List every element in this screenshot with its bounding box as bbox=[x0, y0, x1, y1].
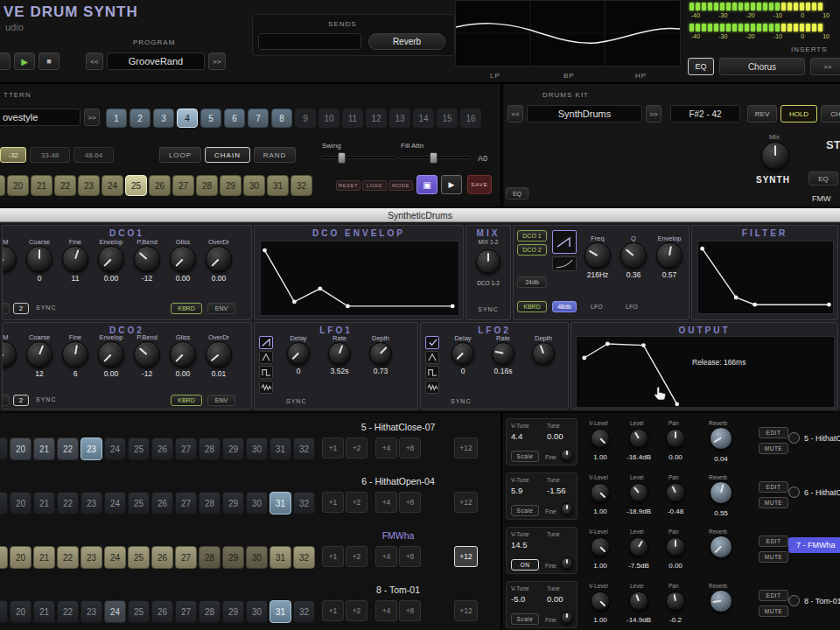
program-next-button[interactable]: >> bbox=[208, 52, 226, 70]
pad-23[interactable]: 23 bbox=[80, 546, 102, 569]
pad-28[interactable]: 28 bbox=[199, 438, 220, 460]
edit-button[interactable]: EDIT bbox=[759, 427, 788, 438]
level-knob[interactable] bbox=[629, 592, 648, 611]
vlevel-knob[interactable] bbox=[591, 429, 610, 448]
depth-knob[interactable] bbox=[532, 342, 555, 365]
selected-pad-label[interactable]: 7 - FMWha bbox=[788, 537, 840, 553]
pad-stub[interactable] bbox=[0, 492, 8, 514]
pattern-reset-button[interactable]: RESET bbox=[336, 180, 360, 191]
q-knob[interactable] bbox=[620, 242, 647, 269]
coarse-knob[interactable] bbox=[26, 246, 52, 272]
reverb-knob[interactable] bbox=[710, 536, 732, 558]
fine-knob[interactable] bbox=[62, 341, 88, 368]
pad-27[interactable]: 27 bbox=[175, 546, 197, 569]
transpose-+2-button[interactable]: +2 bbox=[346, 546, 368, 567]
gliss-knob[interactable] bbox=[170, 246, 196, 272]
pattern-cell-28[interactable]: 28 bbox=[196, 175, 218, 196]
pad-30[interactable]: 30 bbox=[246, 438, 268, 460]
output-envelope-graph[interactable] bbox=[576, 336, 835, 408]
pattern-name-field[interactable]: ovestyle bbox=[0, 108, 80, 126]
transpose-+8-button[interactable]: +8 bbox=[399, 600, 421, 621]
mute-button[interactable]: MUTE bbox=[759, 443, 788, 454]
pad-32[interactable]: 32 bbox=[293, 438, 315, 460]
pad-22[interactable]: 22 bbox=[57, 546, 79, 569]
fm-knob[interactable] bbox=[2, 341, 17, 368]
pattern-step-11[interactable]: 11 bbox=[342, 108, 363, 128]
pattern-step-16[interactable]: 16 bbox=[460, 108, 481, 128]
kit-prev-button[interactable]: << bbox=[508, 105, 523, 122]
scale-button[interactable]: Scale bbox=[511, 451, 539, 462]
pattern-bank[interactable]: 33-48 bbox=[30, 147, 70, 163]
filter-envelope-graph[interactable] bbox=[697, 241, 834, 314]
transpose-+4-button[interactable]: +4 bbox=[375, 492, 397, 513]
pattern-load-button[interactable]: LOAD bbox=[362, 180, 387, 191]
pad-23[interactable]: 23 bbox=[80, 492, 102, 514]
drums-mix-knob[interactable] bbox=[761, 142, 789, 170]
pattern-bank[interactable]: 48-64 bbox=[74, 147, 114, 163]
transpose-+8-button[interactable]: +8 bbox=[399, 438, 421, 458]
edit-button[interactable]: EDIT bbox=[759, 481, 788, 493]
transpose-+1-button[interactable]: +1 bbox=[322, 600, 344, 621]
program-prev-button[interactable]: << bbox=[86, 52, 103, 70]
pattern-cell-21[interactable]: 21 bbox=[31, 175, 52, 196]
saw-wave-icon[interactable] bbox=[552, 230, 577, 254]
fm-knob[interactable] bbox=[2, 246, 17, 272]
pattern-cell-25[interactable]: 25 bbox=[125, 175, 147, 196]
pattern-cell-30[interactable]: 30 bbox=[243, 175, 265, 196]
pattern-step-10[interactable]: 10 bbox=[318, 108, 340, 128]
chain-button[interactable]: CHAIN bbox=[205, 147, 250, 163]
level-knob[interactable] bbox=[629, 429, 648, 448]
inserts-next-button[interactable]: >> bbox=[810, 58, 840, 75]
pad-21[interactable]: 21 bbox=[33, 546, 55, 569]
overdr-knob[interactable] bbox=[206, 341, 232, 368]
pattern-next-button[interactable]: >> bbox=[84, 108, 100, 126]
pad-21[interactable]: 21 bbox=[33, 492, 55, 514]
filter-kbrd-button[interactable]: KBRD bbox=[517, 301, 547, 312]
transpose-+2-button[interactable]: +2 bbox=[346, 492, 368, 513]
fill-attn-slider-thumb[interactable] bbox=[430, 152, 438, 164]
rev-button[interactable]: REV bbox=[747, 105, 777, 122]
pad-25[interactable]: 25 bbox=[128, 492, 150, 514]
kit-note-field[interactable]: F#2 - 42 bbox=[670, 105, 740, 122]
coarse-knob[interactable] bbox=[26, 341, 52, 368]
pad-20[interactable]: 20 bbox=[10, 546, 32, 569]
transpose-+1-button[interactable]: +1 bbox=[322, 438, 344, 458]
pad-25[interactable]: 25 bbox=[128, 438, 150, 460]
transpose-+4-button[interactable]: +4 bbox=[375, 600, 397, 621]
pad-23[interactable]: 23 bbox=[80, 438, 102, 460]
pad-26[interactable]: 26 bbox=[151, 600, 173, 623]
delay-knob[interactable] bbox=[287, 342, 310, 365]
transpose-+2-button[interactable]: +2 bbox=[346, 600, 368, 621]
envelop-knob[interactable] bbox=[98, 246, 124, 272]
pan-knob[interactable] bbox=[666, 483, 685, 502]
eq-insert-button[interactable]: EQ bbox=[688, 58, 714, 75]
pad-31[interactable]: 31 bbox=[270, 546, 291, 569]
rand-button[interactable]: RAND bbox=[254, 147, 296, 163]
transpose-+4-button[interactable]: +4 bbox=[375, 546, 397, 567]
reverb-knob[interactable] bbox=[710, 590, 732, 612]
hold-button[interactable]: HOLD bbox=[780, 105, 817, 122]
fine-knob[interactable] bbox=[561, 449, 573, 461]
pad-30[interactable]: 30 bbox=[246, 600, 268, 623]
pattern-mode-button[interactable]: MODE bbox=[388, 180, 413, 191]
pad-25[interactable]: 25 bbox=[128, 546, 150, 569]
pad-32[interactable]: 32 bbox=[293, 600, 315, 623]
pattern-step-9[interactable]: 9 bbox=[295, 108, 316, 128]
pad-stub[interactable] bbox=[0, 546, 8, 569]
pattern-step-7[interactable]: 7 bbox=[248, 108, 269, 128]
saw-wave-icon[interactable] bbox=[259, 336, 273, 349]
save-button[interactable]: SAVE bbox=[467, 175, 492, 194]
rate-knob[interactable] bbox=[492, 342, 514, 365]
pad-32[interactable]: 32 bbox=[293, 546, 315, 569]
mute-button[interactable]: MUTE bbox=[759, 497, 788, 508]
pattern-step-1[interactable]: 1 bbox=[106, 108, 127, 128]
pad-circle-icon[interactable] bbox=[788, 486, 800, 498]
play-button[interactable]: ▶ bbox=[14, 52, 35, 70]
pan-knob[interactable] bbox=[666, 592, 685, 611]
check-wave-icon[interactable] bbox=[425, 336, 439, 349]
side-eq-button[interactable]: EQ bbox=[506, 187, 528, 200]
pad-21[interactable]: 21 bbox=[33, 600, 55, 623]
pad-stub[interactable] bbox=[0, 600, 8, 623]
pad-31[interactable]: 31 bbox=[270, 600, 291, 623]
transpose-+8-button[interactable]: +8 bbox=[399, 492, 421, 513]
